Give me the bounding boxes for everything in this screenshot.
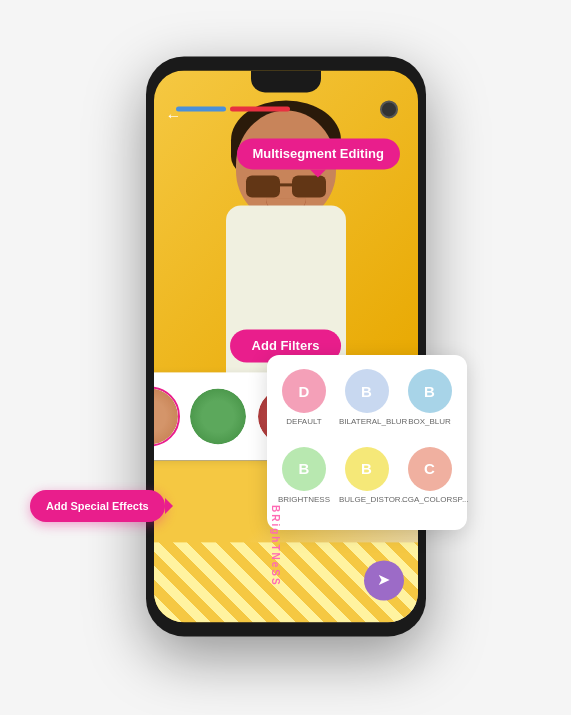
effect-label-cga: CGA_COLORSP...: [402, 495, 457, 505]
effect-label-bulge: BULGE_DISTOR...: [339, 495, 394, 505]
effect-circle-cga: C: [408, 447, 452, 491]
send-button[interactable]: ➤: [364, 560, 404, 600]
effect-box-blur[interactable]: B BOX_BLUR: [402, 369, 457, 439]
effect-default[interactable]: D DEFAULT: [277, 369, 331, 439]
effect-bulge[interactable]: B BULGE_DISTOR...: [339, 447, 394, 517]
multisegment-tooltip: Multisegment Editing: [236, 138, 399, 169]
glasses-left: [246, 175, 280, 197]
special-effects-popup: D DEFAULT B BILATERAL_BLUR B BOX_BLUR B …: [267, 355, 467, 530]
filter-circle-1[interactable]: [154, 386, 180, 446]
effect-label-default: DEFAULT: [286, 417, 321, 427]
effect-bilateral-blur[interactable]: B BILATERAL_BLUR: [339, 369, 394, 439]
scene: ← Multisegment Editing Add Filters: [0, 0, 571, 715]
effect-brightness[interactable]: B BRIGHTNESS: [277, 447, 331, 517]
filter-circle-2[interactable]: [188, 386, 248, 446]
progress-bar-red: [230, 106, 290, 111]
effect-label-box: BOX_BLUR: [408, 417, 451, 427]
phone-notch: [251, 70, 321, 92]
sunglasses: [246, 175, 326, 197]
add-special-effects-button[interactable]: Add Special Effects: [30, 490, 165, 522]
effect-circle-bilateral: B: [345, 369, 389, 413]
progress-bar-blue: [176, 106, 226, 111]
phone-screen: ← Multisegment Editing Add Filters: [154, 70, 418, 622]
top-photo: ← Multisegment Editing Add Filters: [154, 70, 418, 380]
filter-face-2: [190, 388, 246, 444]
glasses-right: [292, 175, 326, 197]
effect-circle-box: B: [408, 369, 452, 413]
brightness-label: BRighTNeSS: [268, 505, 282, 587]
progress-bars: [176, 106, 290, 111]
effect-circle-brightness: B: [282, 447, 326, 491]
effect-circle-bulge: B: [345, 447, 389, 491]
effect-circle-default: D: [282, 369, 326, 413]
effect-cga[interactable]: C CGA_COLORSP...: [402, 447, 457, 517]
phone-topbar: ←: [154, 98, 418, 134]
filter-face-1: [154, 388, 178, 444]
effect-label-bilateral: BILATERAL_BLUR: [339, 417, 394, 427]
phone-shell: ← Multisegment Editing Add Filters: [146, 56, 426, 636]
glasses-bridge: [280, 183, 292, 186]
effect-label-brightness: BRIGHTNESS: [278, 495, 330, 505]
